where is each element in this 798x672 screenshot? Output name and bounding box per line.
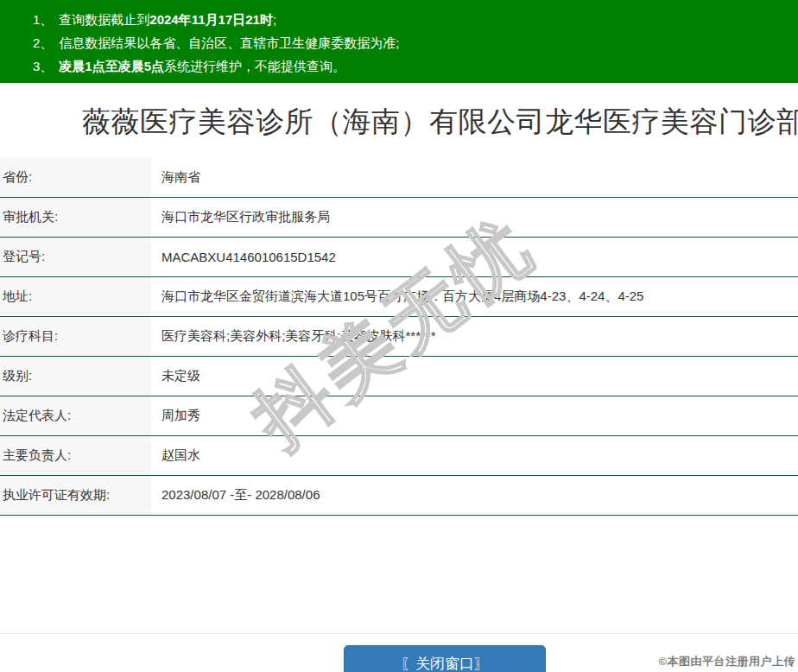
notice-text: 信息数据结果以各省、自治区、直辖市卫生健康委数据为准;: [59, 35, 399, 50]
row-value: 周加秀: [151, 396, 798, 435]
notice-banner: 1、查询数据截止到2024年11月17日21时; 2、信息数据结果以各省、自治区…: [0, 0, 798, 83]
table-row-approval-authority: 审批机关: 海口市龙华区行政审批服务局: [0, 198, 798, 238]
table-row-province: 省份: 海南省: [0, 158, 798, 198]
table-row-license-validity: 执业许可证有效期: 2023/08/07 -至- 2028/08/06: [0, 476, 798, 516]
notice-item-3: 3、凌晨1点至凌晨5点系统进行维护，不能提供查询。: [33, 54, 789, 78]
row-label: 地址:: [0, 277, 151, 316]
notice-text: 系统进行维护，不能提供查询。: [164, 59, 345, 73]
notice-text: ;: [273, 12, 276, 27]
close-window-button[interactable]: 〖关闭窗口〗: [344, 645, 546, 672]
license-info-table: 省份: 海南省 审批机关: 海口市龙华区行政审批服务局 登记号: MACABXU…: [0, 158, 798, 516]
notice-item-2: 2、信息数据结果以各省、自治区、直辖市卫生健康委数据为准;: [33, 31, 789, 54]
page-title: 薇薇医疗美容诊所（海南）有限公司龙华医疗美容门诊部: [82, 103, 798, 142]
bottom-divider: [0, 633, 798, 634]
row-value: 赵国水: [151, 436, 798, 475]
table-row-treatment-subjects: 诊疗科目: 医疗美容科;美容外科;美容牙科;美容皮肤科******: [0, 317, 798, 357]
row-label: 法定代表人:: [0, 396, 151, 435]
row-label: 登记号:: [0, 238, 151, 276]
row-value: 医疗美容科;美容外科;美容牙科;美容皮肤科******: [151, 317, 798, 356]
table-row-registration-number: 登记号: MACABXU4146010615D1542: [0, 238, 798, 277]
notice-number: 2、: [33, 35, 53, 50]
row-label: 省份:: [0, 158, 151, 197]
table-row-level: 级别: 未定级: [0, 357, 798, 396]
row-label: 诊疗科目:: [0, 317, 151, 356]
notice-text-bold: 2024年11月17日21时: [149, 12, 273, 27]
row-value: 2023/08/07 -至- 2028/08/06: [151, 476, 798, 515]
row-label: 审批机关:: [0, 198, 151, 237]
row-value: 海口市龙华区行政审批服务局: [151, 198, 798, 237]
row-label: 执业许可证有效期:: [0, 476, 151, 515]
table-row-legal-representative: 法定代表人: 周加秀: [0, 396, 798, 436]
notice-item-1: 1、查询数据截止到2024年11月17日21时;: [33, 8, 789, 31]
row-value: MACABXU4146010615D1542: [151, 238, 798, 276]
row-label: 级别:: [0, 357, 151, 396]
row-value: 未定级: [151, 357, 798, 396]
table-row-principal: 主要负责人: 赵国水: [0, 436, 798, 476]
notice-text-bold: 凌晨1点至凌晨5点: [59, 59, 164, 73]
row-value: 海口市龙华区金贸街道滨海大道105号百方广场：百方大厦4层商场4-23、4-24…: [151, 277, 798, 316]
notice-number: 3、: [33, 59, 53, 73]
upload-attribution: ©本图由平台注册用户上传: [658, 654, 795, 669]
table-row-address: 地址: 海口市龙华区金贸街道滨海大道105号百方广场：百方大厦4层商场4-23、…: [0, 277, 798, 317]
notice-text: 查询数据截止到: [59, 12, 149, 27]
row-label: 主要负责人:: [0, 436, 151, 475]
row-value: 海南省: [151, 158, 798, 197]
notice-number: 1、: [33, 12, 53, 27]
